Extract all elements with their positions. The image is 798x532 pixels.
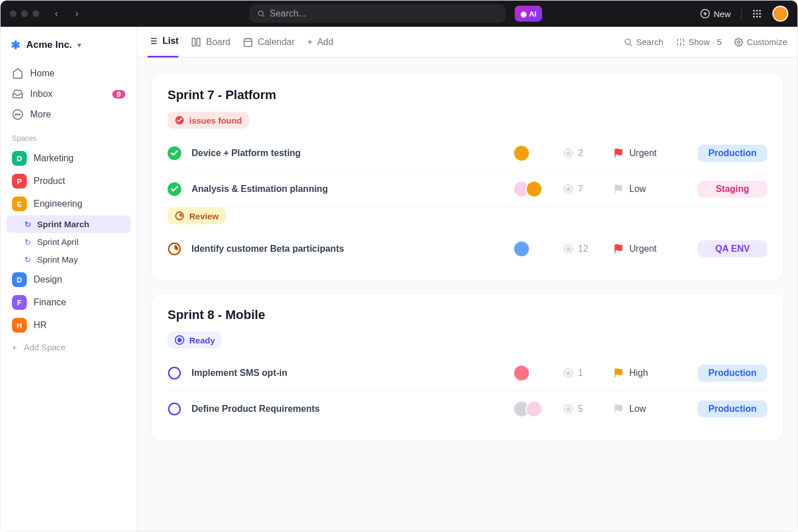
maximize-window-icon[interactable] bbox=[32, 10, 39, 17]
svg-marker-61 bbox=[566, 407, 571, 411]
svg-point-15 bbox=[15, 114, 17, 115]
svg-line-31 bbox=[630, 44, 632, 46]
svg-point-9 bbox=[756, 13, 758, 15]
task-points[interactable]: 12 bbox=[563, 244, 603, 254]
task-points[interactable]: 7 bbox=[563, 184, 603, 194]
space-finance[interactable]: F Finance bbox=[6, 291, 131, 314]
space-product[interactable]: P Product bbox=[6, 170, 131, 193]
global-search[interactable]: Search... bbox=[249, 5, 506, 23]
assignees bbox=[513, 400, 553, 418]
search-icon bbox=[257, 10, 265, 18]
spaces-heading: Spaces bbox=[6, 125, 131, 147]
chevron-down-icon: ▾ bbox=[78, 41, 81, 49]
svg-point-12 bbox=[756, 16, 758, 18]
topbar: ‹ › Search... ◉ AI New bbox=[1, 1, 797, 27]
back-button[interactable]: ‹ bbox=[48, 9, 64, 19]
calendar-icon bbox=[243, 37, 253, 47]
tab-list[interactable]: List bbox=[148, 27, 178, 58]
assignees bbox=[513, 365, 553, 382]
assignee-avatar[interactable] bbox=[513, 240, 530, 257]
search-icon bbox=[624, 38, 633, 47]
apps-grid-icon[interactable] bbox=[752, 9, 762, 19]
task-row[interactable]: Implement SMS opt-in 1 High Production bbox=[168, 355, 767, 391]
assignee-avatar[interactable] bbox=[513, 365, 530, 382]
task-status-icon[interactable] bbox=[168, 182, 181, 196]
space-hr[interactable]: H HR bbox=[6, 314, 131, 337]
search-button[interactable]: Search bbox=[624, 37, 663, 47]
task-priority[interactable]: Urgent bbox=[613, 148, 687, 158]
svg-marker-51 bbox=[566, 247, 571, 251]
search-placeholder: Search... bbox=[270, 9, 306, 19]
svg-point-30 bbox=[625, 39, 630, 44]
sprint-may[interactable]: ↻ Sprint May bbox=[6, 251, 131, 268]
task-status-icon[interactable] bbox=[168, 402, 181, 416]
task-status-icon[interactable] bbox=[168, 366, 181, 380]
flag-icon bbox=[613, 404, 624, 414]
env-tag[interactable]: QA ENV bbox=[698, 240, 767, 257]
close-window-icon[interactable] bbox=[10, 10, 17, 17]
new-button[interactable]: New bbox=[700, 9, 731, 19]
sprint-card: Sprint 8 - MobileReady Implement SMS opt… bbox=[151, 293, 784, 441]
task-points[interactable]: 5 bbox=[563, 404, 603, 414]
task-row[interactable]: Define Product Requirements 5 Low Produc… bbox=[168, 391, 767, 427]
tab-add-view[interactable]: + Add bbox=[307, 27, 333, 58]
tab-board[interactable]: Board bbox=[191, 27, 230, 58]
status-pill-label: issues found bbox=[189, 116, 242, 125]
assignee-avatar[interactable] bbox=[526, 181, 543, 198]
star-icon bbox=[563, 148, 573, 158]
sprint-april[interactable]: ↻ Sprint April bbox=[6, 233, 131, 251]
forward-button[interactable]: › bbox=[69, 9, 85, 19]
task-points[interactable]: 1 bbox=[563, 368, 603, 378]
svg-rect-26 bbox=[244, 39, 252, 47]
task-points[interactable]: 2 bbox=[563, 148, 603, 158]
space-marketing[interactable]: D Marketing bbox=[6, 147, 131, 170]
workspace-switcher[interactable]: ✱ Acme Inc. ▾ bbox=[6, 35, 131, 55]
assignee-avatar[interactable] bbox=[513, 145, 530, 162]
ai-icon: ◉ bbox=[520, 10, 527, 18]
sprint-icon: ↻ bbox=[25, 238, 31, 247]
task-row[interactable]: Device + Platform testing 2 Urgent Produ… bbox=[168, 136, 767, 171]
task-title: Device + Platform testing bbox=[192, 148, 503, 158]
tab-calendar[interactable]: Calendar bbox=[243, 27, 295, 58]
env-tag[interactable]: Production bbox=[698, 365, 767, 382]
space-engineering[interactable]: E Engineering bbox=[6, 193, 131, 215]
svg-marker-42 bbox=[566, 151, 571, 155]
env-tag[interactable]: Production bbox=[698, 400, 767, 418]
user-avatar[interactable] bbox=[772, 6, 788, 22]
sidebar-item-inbox[interactable]: Inbox 9 bbox=[6, 84, 131, 104]
task-priority[interactable]: Urgent bbox=[613, 244, 687, 254]
svg-point-54 bbox=[177, 338, 182, 342]
task-priority[interactable]: Low bbox=[613, 404, 687, 414]
svg-point-5 bbox=[753, 10, 755, 11]
sprint-march[interactable]: ↻ Sprint March bbox=[6, 215, 131, 233]
env-tag[interactable]: Production bbox=[698, 145, 767, 162]
sprint-icon: ↻ bbox=[25, 220, 31, 229]
sidebar-item-home[interactable]: Home bbox=[6, 63, 131, 84]
plus-circle-icon bbox=[700, 9, 710, 19]
svg-point-10 bbox=[759, 13, 761, 15]
task-row[interactable]: Analysis & Estimation planning 7 Low Sta… bbox=[168, 171, 767, 207]
ai-button[interactable]: ◉ AI bbox=[515, 6, 542, 22]
plus-icon: + bbox=[307, 37, 312, 47]
status-group-pill[interactable]: issues found bbox=[168, 112, 249, 129]
task-priority[interactable]: High bbox=[613, 368, 687, 378]
star-icon bbox=[563, 244, 573, 254]
minimize-window-icon[interactable] bbox=[21, 10, 28, 17]
add-space-button[interactable]: + Add Space bbox=[6, 337, 131, 358]
space-design[interactable]: D Design bbox=[6, 268, 131, 291]
status-group-pill[interactable]: Review bbox=[168, 207, 226, 224]
view-toolbar: List Board Calendar + Add Sear bbox=[137, 27, 797, 58]
sprint-title: Sprint 8 - Mobile bbox=[168, 308, 767, 322]
assignee-avatar[interactable] bbox=[526, 400, 543, 418]
env-tag[interactable]: Staging bbox=[698, 181, 767, 198]
show-button[interactable]: Show · 5 bbox=[676, 37, 722, 47]
task-status-icon[interactable] bbox=[168, 146, 181, 160]
task-row[interactable]: Identify customer Beta participants 12 U… bbox=[168, 231, 767, 267]
customize-button[interactable]: Customize bbox=[734, 37, 787, 47]
task-status-icon[interactable] bbox=[168, 242, 181, 256]
sidebar-item-more[interactable]: More bbox=[6, 104, 131, 125]
svg-point-7 bbox=[759, 10, 761, 11]
svg-marker-46 bbox=[566, 187, 571, 191]
status-group-pill[interactable]: Ready bbox=[168, 332, 222, 349]
task-priority[interactable]: Low bbox=[613, 184, 687, 194]
